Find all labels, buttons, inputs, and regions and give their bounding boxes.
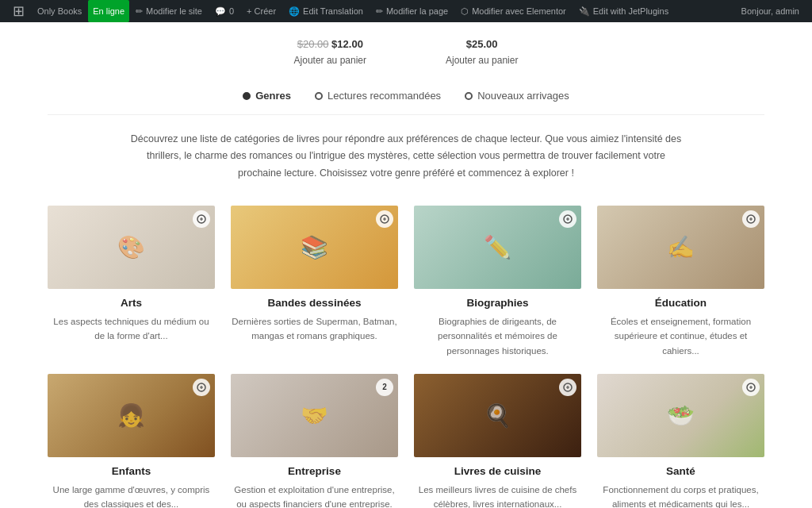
edit-icon: ✏ [376,6,383,17]
add-to-cart-1[interactable]: Ajouter au panier [294,55,366,66]
genre-image-cuisine: 🍳 [414,374,581,457]
modifier-page-btn[interactable]: ✏ Modifier la page [370,0,454,22]
genre-title-cuisine: Livres de cuisine [414,465,581,477]
genre-desc-cuisine: Les meilleurs livres de cuisine de chefs… [414,483,581,508]
genre-desc-entreprise: Gestion et exploitation d'une entreprise… [231,483,398,508]
genre-image-arts: 🎨 [48,206,215,289]
arts-icon: 🎨 [48,206,215,289]
new-price: $12.00 [331,38,363,50]
wp-logo[interactable]: ⊞ [6,0,31,22]
page-content: $20.00 $12.00 Ajouter au panier $25.00 A… [0,22,812,508]
genre-card-arts[interactable]: 🎨 Arts Les aspects techniques du médium … [48,206,215,358]
modifier-site-btn[interactable]: ✏ Modifier le site [129,0,209,22]
jet-icon: 🔌 [579,6,590,17]
status-badge[interactable]: En ligne [88,0,129,22]
cuisine-icon: 🍳 [414,374,581,457]
genre-grid: 🎨 Arts Les aspects techniques du médium … [48,206,764,508]
price-2: $25.00 [466,38,498,50]
genre-image-bio: ✏️ [414,206,581,289]
tab-nouveaux-dot [465,92,473,100]
comments-btn[interactable]: 💬 0 [209,0,240,22]
globe-icon: 🌐 [289,6,300,17]
greeting-text: Bonjour, admin [741,6,799,16]
sante-icon: 🥗 [597,374,764,457]
tab-lectures-label: Lectures recommandées [327,90,441,102]
genre-image-sante: 🥗 [597,374,764,457]
site-name[interactable]: Only Books [31,0,88,22]
tab-nouveaux[interactable]: Nouveaux arrivages [465,90,569,102]
genre-card-education[interactable]: ✍️ Éducation Écoles et enseignement, for… [597,206,764,358]
elementor-icon: ⬡ [461,6,469,17]
genre-image-enfants: 👧 [48,374,215,457]
add-to-cart-2[interactable]: Ajouter au panier [446,55,518,66]
genre-image-entreprise: 2 🤝 [231,374,398,457]
creer-label: + Créer [247,6,276,16]
genre-desc-enfants: Une large gamme d'œuvres, y compris des … [48,483,215,508]
genre-card-cuisine[interactable]: 🍳 Livres de cuisine Les meilleurs livres… [414,374,581,508]
tab-nouveaux-label: Nouveaux arrivages [477,90,569,102]
genre-description: Découvrez une liste de catégories de liv… [128,131,684,182]
price-item-1: $20.00 $12.00 Ajouter au panier [294,38,366,66]
genre-desc-arts: Les aspects techniques du médium ou de l… [48,314,215,344]
modifier-site-label: Modifier le site [146,6,202,16]
genre-title-entreprise: Entreprise [231,465,398,477]
comments-count: 0 [229,6,234,16]
genre-title-enfants: Enfants [48,465,215,477]
creer-btn[interactable]: + Créer [240,0,282,22]
genre-desc-bd: Dernières sorties de Superman, Batman, m… [231,314,398,344]
edit-jetplugins-label: Edit with JetPlugins [593,6,668,16]
genre-image-bd: 📚 [231,206,398,289]
modifier-page-label: Modifier la page [386,6,448,16]
tab-lectures-dot [315,92,323,100]
edit-jetplugins-btn[interactable]: 🔌 Edit with JetPlugins [573,0,675,22]
comment-icon: 💬 [215,6,226,17]
tab-genres-label: Genres [255,90,291,102]
pencil-icon: ✏ [136,6,143,17]
genre-card-bandes-dessinees[interactable]: 📚 Bandes dessinées Dernières sorties de … [231,206,398,358]
status-label: En ligne [93,6,124,16]
tab-lectures[interactable]: Lectures recommandées [315,90,441,102]
genre-title-sante: Santé [597,465,764,477]
genre-title-edu: Éducation [597,297,764,309]
bio-icon: ✏️ [414,206,581,289]
tabs-row: Genres Lectures recommandées Nouveaux ar… [48,74,764,115]
old-price: $20.00 [297,38,329,50]
genre-desc-sante: Fonctionnement du corps et pratiques, al… [597,483,764,508]
admin-bar: ⊞ Only Books En ligne ✏ Modifier le site… [0,0,812,22]
genre-card-entreprise[interactable]: 2 🤝 Entreprise Gestion et exploitation d… [231,374,398,508]
edu-icon: ✍️ [597,206,764,289]
price-item-2: $25.00 Ajouter au panier [446,38,518,66]
genre-card-biographies[interactable]: ✏️ Biographies Biographies de dirigeants… [414,206,581,358]
tab-genres[interactable]: Genres [243,90,291,102]
bd-icon: 📚 [231,206,398,289]
genre-card-enfants[interactable]: 👧 Enfants Une large gamme d'œuvres, y co… [48,374,215,508]
genre-desc-edu: Écoles et enseignement, formation supéri… [597,314,764,358]
price-section: $20.00 $12.00 Ajouter au panier $25.00 A… [48,22,764,74]
enfants-icon: 👧 [48,374,215,457]
genre-title-bio: Biographies [414,297,581,309]
genre-title-bd: Bandes dessinées [231,297,398,309]
modifier-elementor-label: Modifier avec Elementor [472,6,566,16]
edit-translation-label: Edit Translation [303,6,363,16]
admin-greeting: Bonjour, admin [735,0,806,22]
entreprise-icon: 🤝 [231,374,398,457]
wp-icon: ⊞ [13,2,25,20]
genre-title-arts: Arts [48,297,215,309]
genre-card-sante[interactable]: 🥗 Santé Fonctionnement du corps et prati… [597,374,764,508]
edit-translation-btn[interactable]: 🌐 Edit Translation [282,0,370,22]
genre-image-edu: ✍️ [597,206,764,289]
genre-desc-bio: Biographies de dirigeants, de personnali… [414,314,581,358]
modifier-elementor-btn[interactable]: ⬡ Modifier avec Elementor [454,0,573,22]
tab-genres-dot [243,92,251,100]
site-name-label: Only Books [37,6,82,16]
